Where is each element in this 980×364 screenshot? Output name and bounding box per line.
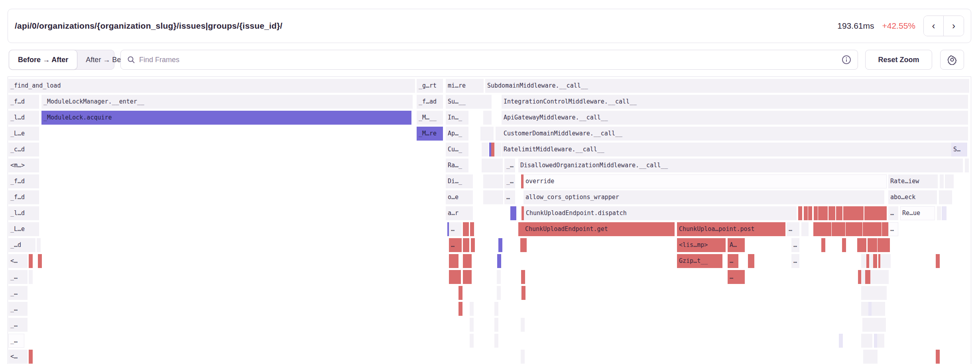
reset-zoom-button[interactable]: Reset Zoom <box>865 50 932 70</box>
flame-frame[interactable]: _M…re <box>417 127 443 141</box>
flame-frame[interactable] <box>813 222 817 236</box>
settings-button[interactable] <box>940 50 964 70</box>
flame-frame[interactable]: _… <box>8 334 24 348</box>
flame-frame[interactable] <box>483 111 487 125</box>
flame-frame[interactable]: _L…e <box>8 127 39 141</box>
flame-frame[interactable] <box>827 222 831 236</box>
flame-frame[interactable] <box>494 334 498 348</box>
flame-frame[interactable] <box>37 238 41 252</box>
flame-frame[interactable] <box>489 127 494 141</box>
flame-frame[interactable] <box>497 143 501 157</box>
flame-frame[interactable] <box>470 318 474 332</box>
flame-frame[interactable]: Cu…_ <box>446 143 468 157</box>
flame-frame[interactable] <box>863 350 867 364</box>
flame-frame[interactable]: _L…e <box>8 222 39 236</box>
flame-frame[interactable] <box>750 254 754 268</box>
flame-frame[interactable] <box>848 206 852 220</box>
flame-frame[interactable] <box>494 318 498 332</box>
flame-frame[interactable]: DisallowedOrganizationMiddleware.__call_… <box>518 159 963 172</box>
flame-frame[interactable]: override <box>523 174 887 188</box>
flame-frame[interactable] <box>861 302 865 316</box>
flame-frame[interactable] <box>463 270 472 284</box>
flame-frame[interactable]: _f…d <box>8 190 39 204</box>
flame-frame[interactable] <box>949 174 954 188</box>
flame-frame[interactable]: _f…d <box>8 95 39 109</box>
flame-frame[interactable]: Re…ue <box>900 206 935 220</box>
flame-frame[interactable]: _… <box>8 270 28 284</box>
flame-frame[interactable] <box>459 302 462 316</box>
flame-frame[interactable] <box>858 222 862 236</box>
flame-frame[interactable] <box>814 206 818 220</box>
flame-frame[interactable]: _… <box>8 302 28 316</box>
flame-frame[interactable] <box>878 222 882 236</box>
flame-frame[interactable] <box>936 254 940 268</box>
flame-frame[interactable]: Ap…_ <box>446 127 468 141</box>
flame-frame[interactable] <box>870 206 874 220</box>
flame-frame[interactable] <box>861 334 865 348</box>
flame-frame[interactable] <box>497 270 501 284</box>
flame-frame[interactable] <box>29 270 33 284</box>
flame-frame[interactable] <box>487 111 492 125</box>
flame-frame[interactable] <box>887 254 891 268</box>
flame-frame[interactable] <box>805 222 809 236</box>
flame-frame[interactable]: ChunkUploa…point.post <box>677 222 785 236</box>
flame-frame[interactable]: abo…eck <box>888 190 937 204</box>
flame-frame[interactable] <box>463 222 469 236</box>
flame-frame[interactable] <box>521 270 525 284</box>
flame-frame[interactable] <box>463 254 472 268</box>
flame-frame[interactable] <box>880 334 884 348</box>
flame-frame[interactable]: a…r <box>446 206 473 220</box>
flame-frame[interactable]: _l…d <box>8 206 39 220</box>
flame-frame[interactable] <box>842 238 846 252</box>
flame-frame[interactable] <box>948 190 952 204</box>
flame-frame[interactable] <box>885 270 889 284</box>
flame-frame[interactable] <box>510 206 516 220</box>
flame-frame[interactable]: … <box>449 238 462 252</box>
flame-frame[interactable] <box>497 286 501 300</box>
flame-frame[interactable]: … <box>449 222 462 236</box>
flame-frame[interactable] <box>521 286 525 300</box>
flame-frame[interactable] <box>38 254 42 268</box>
flame-frame[interactable]: _l…d <box>8 111 39 125</box>
flame-frame[interactable]: … <box>787 222 799 236</box>
flame-frame[interactable]: ChunkUploadEndpoint.dispatch <box>524 206 797 220</box>
flame-frame[interactable] <box>945 174 949 188</box>
flame-frame[interactable] <box>798 206 802 220</box>
flame-frame[interactable] <box>471 238 475 252</box>
flame-frame[interactable] <box>942 206 947 220</box>
flame-frame[interactable] <box>862 238 866 252</box>
flame-frame[interactable]: ApiGatewayMiddleware.__call__ <box>502 111 968 125</box>
info-icon[interactable] <box>842 55 851 65</box>
flame-frame[interactable]: … <box>504 190 515 204</box>
flame-frame[interactable] <box>499 174 503 188</box>
flame-frame[interactable]: … <box>888 206 898 220</box>
flame-frame[interactable]: … <box>791 254 799 268</box>
flame-frame[interactable]: <… <box>8 254 28 268</box>
flame-frame[interactable] <box>873 238 877 252</box>
flame-frame[interactable] <box>494 302 498 316</box>
flame-frame[interactable] <box>29 350 33 364</box>
flame-frame[interactable]: _ModuleLockManager.__enter__ <box>41 95 413 109</box>
flame-frame[interactable]: Gzip…t__ <box>677 254 722 268</box>
flame-frame[interactable]: <lis…mp> <box>677 238 726 252</box>
search-input[interactable] <box>139 56 838 64</box>
flame-frame[interactable]: <m…> <box>8 159 39 172</box>
flame-frame[interactable]: Di…_ <box>446 174 473 188</box>
flamegraph-panel[interactable]: _find_and_load_g…rtmi…reSubdomainMiddlew… <box>8 76 971 364</box>
flame-frame[interactable] <box>499 190 503 204</box>
flame-frame[interactable] <box>831 206 835 220</box>
flame-frame[interactable]: CustomerDomainMiddleware.__call__ <box>502 127 968 141</box>
flame-frame[interactable]: _c…d <box>8 143 39 157</box>
flame-frame[interactable] <box>523 238 527 252</box>
flame-frame[interactable]: ChunkUploadEndpoint.get <box>523 222 675 236</box>
flame-frame[interactable]: allow_cors_options_wrapper <box>523 190 884 204</box>
flame-frame[interactable] <box>470 302 474 316</box>
flame-frame[interactable]: RatelimitMiddleware.__call__ <box>502 143 951 157</box>
flame-frame[interactable]: _… <box>504 159 515 172</box>
flame-frame[interactable] <box>937 206 941 220</box>
find-frames-search[interactable] <box>120 50 858 70</box>
flame-frame[interactable] <box>936 350 940 364</box>
flame-frame[interactable] <box>449 270 461 284</box>
flame-frame[interactable]: _f…ad <box>417 95 443 109</box>
flame-frame[interactable] <box>808 206 812 220</box>
